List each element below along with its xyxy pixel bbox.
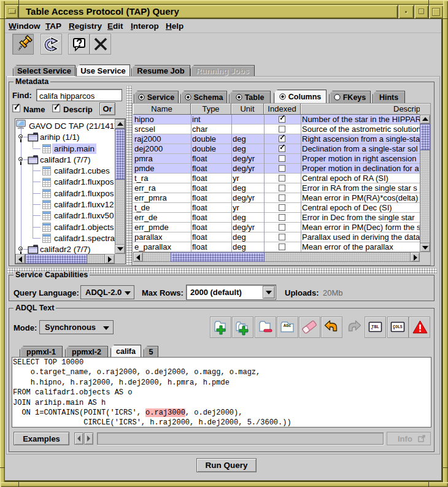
- svg-text:COLS: COLS: [393, 325, 403, 329]
- svg-text:TBL: TBL: [371, 324, 379, 329]
- svg-text:Abc: Abc: [284, 323, 292, 328]
